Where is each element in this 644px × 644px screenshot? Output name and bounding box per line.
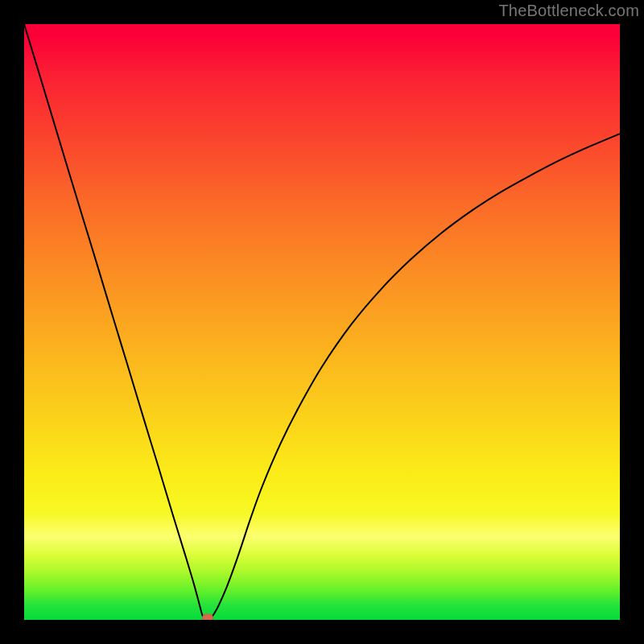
plot-area	[24, 24, 620, 620]
curve-layer	[24, 24, 620, 620]
minimum-marker	[202, 613, 213, 620]
attribution-label: TheBottleneck.com	[498, 2, 639, 20]
bottleneck-curve	[24, 24, 620, 620]
chart-frame: TheBottleneck.com	[0, 0, 644, 644]
